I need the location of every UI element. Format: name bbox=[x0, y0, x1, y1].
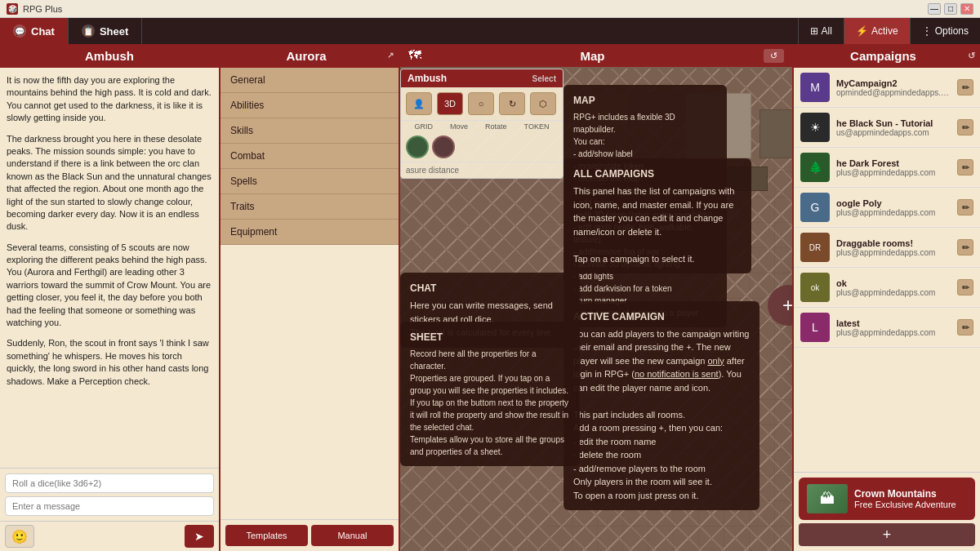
nav-tab-chat[interactable]: 💬 Chat bbox=[0, 18, 69, 44]
all-campaigns-overlay: ALL CAMPAIGNS This panel has the list of… bbox=[564, 158, 751, 273]
campaign-edit-ok[interactable]: ✏ bbox=[957, 279, 973, 295]
map-token-icon-btn[interactable]: ⬡ bbox=[530, 92, 556, 115]
nav-bar: 💬 Chat 📋 Sheet ⊞ All ⚡ Active ⋮ Options bbox=[0, 18, 980, 44]
campaign-edit-dark-forest[interactable]: ✏ bbox=[957, 159, 973, 176]
token-2[interactable] bbox=[432, 136, 455, 158]
dice-input[interactable] bbox=[5, 473, 214, 493]
crown-mountains-thumbnail: 🏔 bbox=[807, 484, 848, 513]
maximize-button[interactable]: □ bbox=[944, 3, 957, 15]
crown-mountains-card[interactable]: 🏔 Crown Mountains Free Exclusive Adventu… bbox=[799, 478, 975, 520]
sheet-equipment-btn[interactable]: Equipment bbox=[220, 220, 399, 245]
map-3d-icon-btn[interactable]: 👤 bbox=[406, 92, 432, 115]
active-icon: ⚡ bbox=[856, 25, 868, 37]
message-input[interactable] bbox=[5, 496, 214, 516]
campaign-avatar-black-sun: ☀ bbox=[800, 113, 830, 142]
campaign-avatar-mycampaign2: M bbox=[800, 73, 830, 102]
sheet-panel: Aurora ↗ General Abilities Skills Combat… bbox=[220, 44, 400, 551]
campaign-email-google-poly: plus@appmindedapps.com bbox=[836, 208, 951, 217]
map-rotate-icon-btn[interactable]: ↻ bbox=[499, 92, 525, 115]
sheet-abilities-btn[interactable]: Abilities bbox=[220, 93, 399, 118]
sheet-general-btn[interactable]: General bbox=[220, 68, 399, 93]
sheet-traits-btn[interactable]: Traits bbox=[220, 194, 399, 220]
all-campaigns-title: ALL CAMPAIGNS bbox=[573, 167, 742, 181]
sheet-skills-btn[interactable]: Skills bbox=[220, 118, 399, 144]
sheet-expand-icon[interactable]: ↗ bbox=[387, 51, 394, 60]
campaign-name-google-poly: oogle Poly bbox=[836, 198, 951, 208]
minimize-button[interactable]: — bbox=[928, 3, 941, 15]
map-circle-btn[interactable]: ○ bbox=[468, 92, 494, 115]
add-campaign-button[interactable]: + bbox=[799, 523, 975, 546]
nav-active-btn[interactable]: ⚡ Active bbox=[844, 18, 910, 44]
send-button[interactable]: ➤ bbox=[185, 525, 214, 548]
chat-overlay-title: CHAT bbox=[410, 281, 570, 295]
campaign-edit-draggable[interactable]: ✏ bbox=[957, 239, 973, 256]
sheet-header: Aurora ↗ bbox=[220, 44, 399, 68]
sticker-button[interactable]: 🙂 bbox=[5, 525, 34, 548]
sheet-spells-btn[interactable]: Spells bbox=[220, 169, 399, 194]
active-label: Active bbox=[871, 25, 898, 37]
campaign-edit-latest[interactable]: ✏ bbox=[957, 319, 973, 335]
chat-message-1: It is now the fifth day you are explorin… bbox=[7, 74, 212, 125]
campaign-item-dark-forest[interactable]: 🌲 he Dark Forest plus@appmindedapps.com … bbox=[794, 148, 980, 188]
crown-mountains-subtitle: Free Exclusive Adventure bbox=[854, 500, 956, 509]
rotate-label: Rotate bbox=[485, 122, 507, 131]
nav-all-btn[interactable]: ⊞ All bbox=[798, 18, 844, 44]
app-title: RPG Plus bbox=[23, 4, 62, 14]
campaign-avatar-ok: ok bbox=[800, 273, 830, 302]
sheet-combat-btn[interactable]: Combat bbox=[220, 144, 399, 169]
campaign-item-latest[interactable]: L latest plus@appmindedapps.com ✏ bbox=[794, 308, 980, 348]
nav-options-btn[interactable]: ⋮ Options bbox=[910, 18, 980, 44]
campaign-name-draggable: Draggable rooms! bbox=[836, 238, 951, 248]
chat-messages[interactable]: It is now the fifth day you are explorin… bbox=[0, 68, 219, 468]
campaign-item-black-sun[interactable]: ☀ he Black Sun - Tutorial us@appmindedap… bbox=[794, 108, 980, 148]
chat-nav-icon: 💬 bbox=[13, 24, 26, 38]
sheet-nav-icon: 📋 bbox=[82, 24, 95, 38]
campaign-item-ok[interactable]: ok ok plus@appmindedapps.com ✏ bbox=[794, 268, 980, 308]
campaign-name-ok: ok bbox=[836, 278, 951, 288]
map-overlay-title: MAP bbox=[573, 93, 717, 108]
campaign-name-black-sun: he Black Sun - Tutorial bbox=[836, 118, 951, 128]
token-1[interactable] bbox=[406, 136, 429, 158]
campaigns-refresh-icon[interactable]: ↺ bbox=[968, 51, 975, 61]
all-label: All bbox=[822, 25, 832, 37]
campaign-item-mycampaign2[interactable]: M MyCampaign2 opminded@appmindedapps.com… bbox=[794, 68, 980, 108]
campaign-item-google-poly[interactable]: G oogle Poly plus@appmindedapps.com ✏ bbox=[794, 188, 980, 228]
nav-tab-sheet[interactable]: 📋 Sheet bbox=[69, 18, 142, 44]
campaigns-title: Campaigns bbox=[850, 49, 916, 63]
map-select-btn[interactable]: Select bbox=[532, 74, 556, 83]
sheet-overlay-body: Record here all the properties for a cha… bbox=[410, 348, 570, 458]
campaign-email-draggable: plus@appmindedapps.com bbox=[836, 248, 951, 257]
map-panel[interactable]: 🗺 Map ↺ Ambush Select 👤 3D ○ ↻ ⬡ GR bbox=[400, 44, 792, 551]
templates-button[interactable]: Templates bbox=[225, 525, 308, 546]
map-ambush-title: Ambush bbox=[408, 73, 447, 84]
campaign-edit-mycampaign2[interactable]: ✏ bbox=[957, 79, 973, 96]
campaign-avatar-latest: L bbox=[800, 313, 830, 342]
close-button[interactable]: ✕ bbox=[960, 3, 973, 15]
map-header: 🗺 Map ↺ bbox=[400, 44, 792, 67]
map-ambush-panel: Ambush Select 👤 3D ○ ↻ ⬡ GRID Move Rotat… bbox=[400, 69, 564, 179]
active-campaign-overlay: ACTIVE CAMPAIGN You can add players to t… bbox=[564, 301, 760, 511]
campaigns-panel: Campaigns ↺ M MyCampaign2 opminded@appmi… bbox=[792, 44, 980, 551]
campaign-email-dark-forest: plus@appmindedapps.com bbox=[836, 168, 951, 177]
map-3d-btn[interactable]: 3D bbox=[437, 92, 463, 115]
campaign-info-latest: latest plus@appmindedapps.com bbox=[836, 318, 951, 337]
options-icon: ⋮ bbox=[922, 25, 932, 37]
app-icon: 🎲 bbox=[7, 3, 18, 15]
crown-mountains-title: Crown Mountains bbox=[854, 488, 956, 500]
map-header-title: Map bbox=[581, 49, 605, 63]
campaign-email-black-sun: us@appmindedapps.com bbox=[836, 128, 951, 137]
campaign-info-ok: ok plus@appmindedapps.com bbox=[836, 278, 951, 297]
manual-button[interactable]: Manual bbox=[311, 525, 394, 546]
campaign-info-black-sun: he Black Sun - Tutorial us@appmindedapps… bbox=[836, 118, 951, 137]
campaign-item-draggable[interactable]: DR Draggable rooms! plus@appmindedapps.c… bbox=[794, 228, 980, 268]
campaign-info-mycampaign2: MyCampaign2 opminded@appmindedapps.com bbox=[836, 78, 951, 97]
window-controls[interactable]: — □ ✕ bbox=[928, 3, 973, 15]
options-label: Options bbox=[935, 25, 969, 37]
campaign-edit-google-poly[interactable]: ✏ bbox=[957, 199, 973, 216]
campaign-edit-black-sun[interactable]: ✏ bbox=[957, 119, 973, 136]
map-refresh-btn[interactable]: ↺ bbox=[764, 49, 784, 63]
all-campaigns-body: This panel has the list of campaigns wit… bbox=[573, 184, 742, 265]
map-measure-label[interactable]: asure distance bbox=[401, 162, 563, 178]
campaign-info-dark-forest: he Dark Forest plus@appmindedapps.com bbox=[836, 158, 951, 177]
campaign-avatar-dark-forest: 🌲 bbox=[800, 153, 830, 182]
